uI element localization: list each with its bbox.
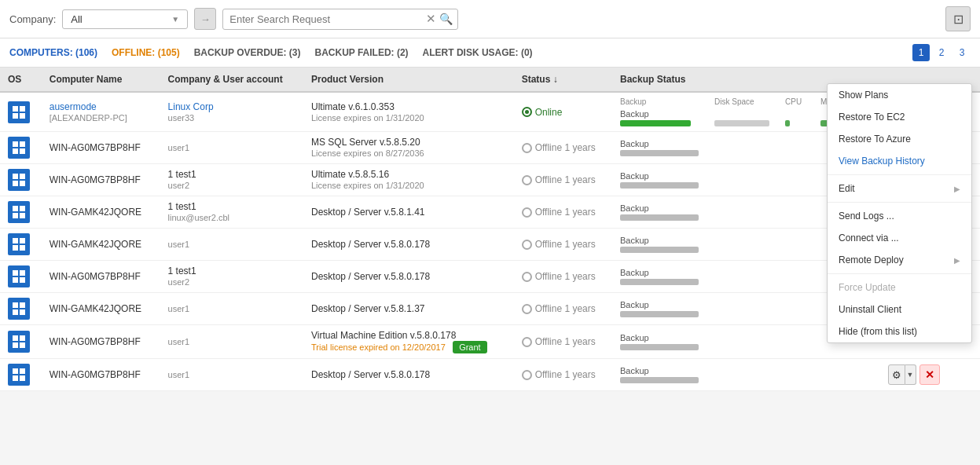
svg-rect-32 (13, 368, 18, 374)
windows-icon (8, 265, 30, 287)
menu-item-show-plans[interactable]: Show Plans (828, 84, 971, 106)
svg-rect-19 (20, 245, 25, 251)
svg-rect-4 (13, 141, 18, 147)
menu-item-connect-via[interactable]: Connect via ... (828, 227, 971, 249)
os-cell (0, 92, 42, 132)
menu-item-hide[interactable]: Hide (from this list) (828, 320, 971, 342)
product-version: Virtual Machine Edition v.5.8.0.178 (311, 330, 456, 341)
windows-icon (8, 101, 30, 123)
svg-rect-23 (20, 277, 25, 283)
offline-dot-icon (522, 240, 532, 250)
svg-rect-8 (13, 174, 18, 179)
svg-rect-10 (13, 181, 18, 186)
search-icon[interactable]: 🔍 (439, 13, 453, 25)
svg-rect-2 (13, 113, 18, 119)
menu-item-force-update[interactable]: Force Update (828, 276, 971, 298)
company-user-cell: Linux Corp user33 (160, 92, 303, 132)
backup-overdue-stat[interactable]: BACKUP OVERDUE: (3) (194, 47, 301, 58)
svg-rect-3 (20, 113, 25, 119)
clear-search-icon[interactable]: ✕ (426, 12, 436, 26)
offline-dot-icon (522, 337, 532, 347)
page-2-button[interactable]: 2 (933, 44, 950, 61)
search-input[interactable] (228, 9, 426, 29)
user-text: user1 (168, 240, 190, 249)
svg-rect-24 (13, 302, 18, 308)
backup-bar (620, 214, 699, 221)
svg-rect-35 (20, 375, 25, 381)
offline-dot-icon (522, 207, 532, 218)
backup-failed-stat[interactable]: BACKUP FAILED: (2) (314, 47, 408, 58)
offline-stat[interactable]: OFFLINE: (105) (112, 47, 180, 58)
forward-arrow-button[interactable]: → (194, 8, 216, 30)
computer-link[interactable]: ausermode (50, 101, 97, 112)
backup-bar (620, 247, 699, 253)
alert-disk-stat[interactable]: ALERT DISK USAGE: (0) (423, 47, 533, 58)
product-version: Desktop / Server v.5.8.1.41 (311, 207, 425, 218)
svg-rect-16 (13, 238, 18, 243)
col-status: Status ↓ (514, 68, 612, 92)
status-offline: Offline 1 years (522, 142, 604, 153)
col-computer-name: Computer Name (42, 68, 160, 92)
computers-stat[interactable]: COMPUTERS: (106) (9, 47, 97, 58)
computer-name: WIN-GAMK42JQORE (50, 207, 141, 218)
user-text: user33 (168, 113, 195, 123)
backup-progress-bar (620, 120, 691, 126)
backup-bar (620, 279, 699, 285)
submenu-arrow-icon-2: ▶ (954, 256, 960, 265)
delete-button-bottom[interactable]: ✕ (919, 364, 940, 385)
menu-item-restore-ec2[interactable]: Restore To EC2 (828, 106, 971, 128)
page-1-button[interactable]: 1 (912, 44, 930, 61)
status-offline: Offline 1 years (522, 239, 604, 250)
gear-dropdown-button-bottom[interactable]: ▼ (905, 364, 916, 385)
bottom-action-cell: ⚙ ▼ ✕ (880, 359, 980, 391)
product-version: Ultimate v.5.8.5.16 (311, 169, 389, 180)
header: Company: All ▼ → ✕ 🔍 ⊡ (0, 0, 980, 38)
computer-name: WIN-AG0MG7BP8HF (50, 142, 141, 153)
license-text: License expires on 1/31/2020 (311, 113, 424, 123)
computer-name: WIN-AG0MG7BP8HF (50, 174, 141, 185)
monitor-button[interactable]: ⊡ (945, 6, 971, 31)
menu-item-restore-azure[interactable]: Restore To Azure (828, 128, 971, 150)
product-version: Desktop / Server v.5.8.0.178 (311, 239, 430, 250)
backup-col-header: Backup (620, 97, 707, 106)
backup-bar-label: Backup (620, 109, 707, 119)
computer-name-cell: ausermode [ALEXANDERP-PC] (42, 92, 160, 132)
svg-rect-30 (13, 342, 18, 348)
company-link[interactable]: Linux Corp (168, 101, 214, 112)
stats-bar: COMPUTERS: (106) OFFLINE: (105) BACKUP O… (0, 38, 980, 68)
dropdown-arrow-icon: ▼ (171, 15, 179, 24)
status-offline: Offline 1 years (522, 336, 604, 347)
menu-item-uninstall-client[interactable]: Uninstall Client (828, 298, 971, 320)
company-select[interactable]: All ▼ (62, 9, 188, 29)
svg-rect-15 (20, 213, 25, 218)
svg-rect-1 (20, 106, 25, 112)
user-text: linux@user2.cbl (168, 213, 229, 222)
menu-item-view-backup-history[interactable]: View Backup History (828, 150, 971, 172)
status-offline: Offline 1 years (522, 369, 604, 380)
company-name: 1 test1 (168, 169, 196, 180)
gear-icon-button-bottom[interactable]: ⚙ (888, 364, 905, 385)
status-offline: Offline 1 years (522, 207, 604, 218)
disk-col-header: Disk Space (714, 97, 777, 106)
grant-button[interactable]: Grant (453, 341, 487, 353)
svg-rect-20 (13, 270, 18, 276)
page-3-button[interactable]: 3 (953, 44, 971, 61)
computer-name: WIN-GAMK42JQORE (50, 303, 141, 314)
menu-item-send-logs[interactable]: Send Logs ... (828, 205, 971, 227)
windows-icon (8, 169, 30, 191)
svg-rect-0 (13, 106, 18, 112)
svg-rect-18 (13, 245, 18, 251)
search-box: ✕ 🔍 (222, 9, 458, 30)
company-value: All (71, 13, 82, 25)
online-dot-icon (522, 107, 532, 117)
offline-dot-icon (522, 143, 532, 153)
windows-icon (8, 201, 30, 223)
menu-divider (828, 202, 971, 203)
menu-item-edit[interactable]: Edit ▶ (828, 178, 971, 200)
menu-item-remote-deploy[interactable]: Remote Deploy ▶ (828, 249, 971, 271)
table-row: WIN-AG0MG7BP8HF user1 Desktop / Server v… (0, 359, 980, 391)
windows-icon (8, 137, 30, 159)
edit-label: Edit (839, 183, 855, 194)
col-product-version: Product Version (303, 68, 514, 92)
user-text: user1 (168, 337, 190, 346)
